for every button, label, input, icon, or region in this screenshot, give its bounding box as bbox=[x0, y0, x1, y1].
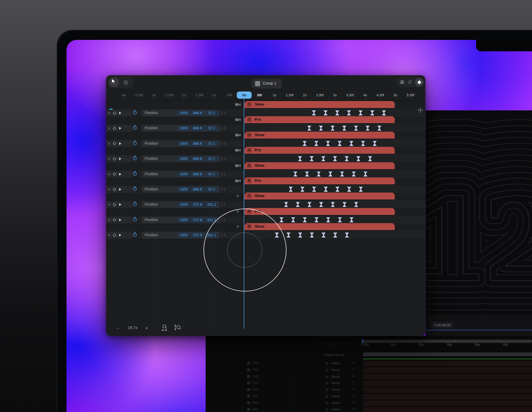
zoom-fit-vertical-icon[interactable] bbox=[174, 324, 182, 332]
parent-dropdown[interactable]: None bbox=[331, 394, 340, 398]
stopwatch-icon[interactable] bbox=[132, 201, 141, 208]
link-dimensions-icon[interactable] bbox=[221, 126, 226, 130]
camera-icon[interactable] bbox=[235, 179, 241, 183]
add-keyframe-button[interactable] bbox=[113, 188, 116, 191]
camera-icon[interactable] bbox=[235, 133, 241, 137]
next-keyframe-button[interactable] bbox=[119, 219, 121, 221]
prev-keyframe-button[interactable] bbox=[108, 188, 110, 191]
position-value-z[interactable]: 37.1 bbox=[205, 156, 219, 162]
add-keyframe-button[interactable] bbox=[113, 142, 116, 145]
position-value-y[interactable]: 227.6 bbox=[191, 217, 204, 223]
position-value-x[interactable]: 1500 bbox=[177, 217, 190, 223]
ruler-label-3:30f[interactable]: 3:30f bbox=[343, 93, 358, 97]
add-keyframe-button[interactable] bbox=[113, 234, 116, 237]
next-keyframe-button[interactable] bbox=[119, 142, 121, 145]
ruler-label-30f[interactable]: 30f bbox=[252, 93, 267, 97]
ruler-label--4s[interactable]: -4s bbox=[116, 93, 131, 97]
add-keyframe-button[interactable] bbox=[113, 218, 116, 222]
position-value-y[interactable]: 868.6 bbox=[191, 171, 204, 177]
link-dimensions-icon[interactable] bbox=[221, 157, 226, 161]
parent-dropdown[interactable]: None bbox=[331, 401, 340, 405]
target-tool-icon[interactable]: ◎ bbox=[123, 79, 129, 85]
ruler-label-4s[interactable]: 4s bbox=[358, 93, 373, 97]
next-keyframe-button[interactable] bbox=[119, 127, 121, 130]
position-value-y[interactable]: 868.6 bbox=[191, 141, 204, 147]
ruler-label-2s[interactable]: 2s bbox=[297, 93, 312, 97]
ruler-label-5s[interactable]: 5s bbox=[388, 93, 403, 97]
camera-icon[interactable] bbox=[235, 164, 241, 168]
stopwatch-icon[interactable] bbox=[132, 217, 141, 223]
prev-keyframe-button[interactable] bbox=[108, 112, 110, 114]
zoom-fit-horizontal-icon[interactable] bbox=[160, 324, 168, 332]
stopwatch-icon[interactable] bbox=[132, 232, 141, 239]
link-dimensions-icon[interactable] bbox=[221, 203, 226, 206]
add-keyframe-button[interactable] bbox=[113, 172, 116, 176]
stopwatch-icon[interactable] bbox=[132, 125, 141, 132]
prev-keyframe-button[interactable] bbox=[108, 219, 110, 221]
position-value-z[interactable]: 37.1 bbox=[205, 110, 219, 116]
next-keyframe-button[interactable] bbox=[119, 188, 121, 191]
position-value-y[interactable]: 868.6 bbox=[191, 110, 204, 116]
ruler-label-1:30f[interactable]: 1:30f bbox=[282, 93, 297, 97]
layer-bar-pro-4[interactable]: 4Pro bbox=[244, 147, 395, 154]
position-value-y[interactable]: 868.6 bbox=[191, 186, 204, 192]
row-height-icon[interactable] bbox=[400, 81, 404, 84]
ruler-label--3s[interactable]: -3s bbox=[146, 93, 161, 97]
compact-rows-icon[interactable] bbox=[408, 81, 412, 84]
ruler-label-2:30f[interactable]: 2:30f bbox=[312, 93, 327, 97]
position-value-x[interactable]: 1500 bbox=[177, 171, 190, 177]
position-value-x[interactable]: 1500 bbox=[177, 202, 190, 207]
ruler-label--2s[interactable]: -2s bbox=[176, 93, 191, 97]
layer-bar-pro-2[interactable]: 2Pro bbox=[244, 116, 395, 123]
camera-icon[interactable] bbox=[235, 148, 241, 152]
position-value-z[interactable]: 37.1 bbox=[205, 171, 219, 177]
ruler-label--30f[interactable]: -30f bbox=[222, 93, 237, 97]
parent-dropdown[interactable]: None bbox=[331, 368, 340, 372]
ruler-label--2:30f[interactable]: -2:30f bbox=[161, 93, 176, 97]
ruler-label-0s[interactable]: 0s bbox=[237, 91, 252, 99]
parent-dropdown[interactable]: None bbox=[331, 388, 340, 392]
position-value-z[interactable]: 37.1 bbox=[205, 186, 219, 192]
layer-bar-pro-6[interactable]: 6Pro bbox=[244, 177, 395, 184]
stopwatch-icon[interactable] bbox=[132, 186, 141, 193]
stopwatch-icon[interactable] bbox=[132, 155, 141, 162]
ruler-label-4:30f[interactable]: 4:30f bbox=[373, 93, 388, 97]
stopwatch-icon[interactable] bbox=[132, 110, 141, 116]
ruler-label-1s[interactable]: 1s bbox=[267, 93, 282, 97]
ruler-label--1:30f[interactable]: -1:30f bbox=[192, 93, 206, 97]
camera-icon[interactable] bbox=[235, 102, 241, 107]
next-keyframe-button[interactable] bbox=[119, 157, 121, 160]
position-value-x[interactable]: 1500 bbox=[177, 186, 190, 192]
position-value-x[interactable]: 1500 bbox=[177, 141, 190, 147]
position-value-z[interactable]: 37.1 bbox=[205, 141, 219, 147]
link-dimensions-icon[interactable] bbox=[221, 111, 226, 115]
position-value-y[interactable]: 868.6 bbox=[191, 125, 204, 131]
add-keyframe-button[interactable] bbox=[113, 157, 116, 161]
position-value-x[interactable]: 1500 bbox=[177, 156, 190, 162]
ruler-label--3:30f[interactable]: -3:30f bbox=[131, 93, 146, 97]
position-value-z[interactable]: 37.1 bbox=[205, 125, 219, 131]
stopwatch-icon[interactable] bbox=[132, 140, 141, 147]
position-value-x[interactable]: 1500 bbox=[177, 232, 190, 238]
next-keyframe-button[interactable] bbox=[119, 234, 121, 236]
add-keyframe-button[interactable] bbox=[113, 111, 116, 115]
tab-comp[interactable]: Comp 1 bbox=[252, 79, 282, 89]
time-ruler[interactable]: -4s-3:30f-3s-2:30f-2s-1:30f-1s-30f0s30f1… bbox=[106, 90, 425, 101]
parent-dropdown[interactable]: None bbox=[331, 381, 340, 385]
ruler-label-5:30f[interactable]: 5:30f bbox=[403, 93, 418, 97]
layer-bar-skew-3[interactable]: 3Skew bbox=[244, 132, 395, 139]
layer-bar-skew-5[interactable]: 5Skew bbox=[244, 162, 395, 169]
stopwatch-icon[interactable] bbox=[132, 171, 141, 178]
link-dimensions-icon[interactable] bbox=[221, 172, 226, 176]
zoom-out-button[interactable]: - bbox=[115, 324, 121, 332]
position-value-x[interactable]: 1500 bbox=[177, 110, 190, 116]
position-value-x[interactable]: 1500 bbox=[177, 125, 190, 131]
parent-dropdown[interactable]: None bbox=[331, 361, 340, 365]
prev-keyframe-button[interactable] bbox=[108, 234, 110, 236]
next-keyframe-button[interactable] bbox=[119, 112, 121, 114]
layer-bar-skew-1[interactable]: 1Skew bbox=[244, 101, 395, 108]
prev-keyframe-button[interactable] bbox=[108, 173, 110, 176]
position-value-y[interactable]: 227.6 bbox=[191, 232, 204, 238]
prev-keyframe-button[interactable] bbox=[108, 203, 110, 206]
add-keyframe-button[interactable] bbox=[113, 203, 116, 206]
